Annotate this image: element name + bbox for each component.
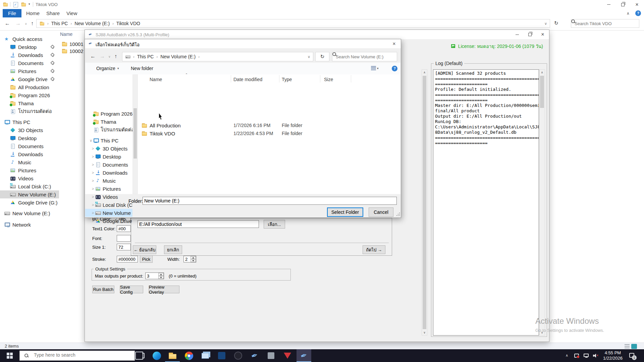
- taskbar-search-input[interactable]: [33, 352, 132, 358]
- sidebar-item-local-disk-c[interactable]: Local Disk (C:): [0, 182, 59, 190]
- taskbar-app-chrome[interactable]: [181, 349, 196, 362]
- pick-button[interactable]: Pick: [140, 255, 153, 263]
- app-close-button[interactable]: ×: [536, 30, 549, 39]
- expander-icon[interactable]: >: [91, 219, 95, 223]
- scroll-up-icon[interactable]: ∧: [539, 70, 545, 75]
- taskbar-app-feather-app[interactable]: [247, 349, 262, 362]
- expander-icon[interactable]: >: [91, 195, 95, 199]
- width-spinner[interactable]: [191, 256, 196, 262]
- next-step-button[interactable]: ถัดไป →: [363, 245, 385, 254]
- expander-icon[interactable]: ∨: [89, 138, 93, 143]
- expander-icon[interactable]: >: [91, 171, 95, 175]
- taskbar-app-dark-app[interactable]: [231, 349, 246, 362]
- views-button[interactable]: ▾: [371, 66, 379, 70]
- app-minimize-button[interactable]: [511, 30, 524, 39]
- dialog-address-box[interactable]: › This PC › New Volume (E:) › ∨: [122, 52, 313, 61]
- font-input[interactable]: [117, 235, 131, 242]
- taskbar-app-file-explorer[interactable]: [165, 349, 180, 362]
- log-output[interactable]: [ADMIN] Scanned 32 products=============…: [433, 69, 539, 336]
- sidebar-item-thama[interactable]: Thama: [0, 99, 59, 107]
- sidebar-item-pictures[interactable]: Pictures: [0, 166, 59, 174]
- organize-dropdown-icon[interactable]: ▾: [117, 67, 119, 70]
- sidebar-section-new-volume-e[interactable]: New Volume (E:): [0, 209, 59, 217]
- new-folder-button[interactable]: New folder: [131, 66, 153, 71]
- scroll-down-icon[interactable]: ∨: [422, 330, 427, 335]
- dialog-crumb-this-pc[interactable]: This PC: [137, 54, 154, 59]
- sidebar-item-documents[interactable]: Documents: [0, 59, 59, 67]
- volume-muted-icon[interactable]: ×: [593, 354, 598, 358]
- sidebar-item-documents[interactable]: Documents: [0, 142, 59, 150]
- cancel-step-button[interactable]: ยกเลิก: [164, 245, 182, 254]
- expander-icon[interactable]: >: [91, 211, 95, 215]
- refresh-icon[interactable]: ↻: [554, 20, 558, 26]
- log-scrollbar[interactable]: ∧ ∨: [539, 69, 545, 336]
- stroke-input[interactable]: [117, 256, 138, 262]
- organize-button[interactable]: Organize: [96, 66, 115, 71]
- sidebar-item-program-2026[interactable]: Program 2026: [0, 91, 59, 99]
- tree-item-this-pc[interactable]: ∨This PC: [85, 136, 132, 144]
- app-restore-button[interactable]: [524, 30, 536, 39]
- column-type[interactable]: Type: [282, 77, 292, 82]
- explorer-close-button[interactable]: ×: [630, 0, 644, 9]
- back-step-button[interactable]: ← ย้อนกลับ: [133, 245, 156, 254]
- explorer-restore-button[interactable]: [616, 0, 630, 9]
- app-content-scrollbar[interactable]: ∧ ∨: [422, 69, 427, 336]
- crumb-new-volume[interactable]: New Volume (E:): [74, 21, 110, 26]
- folder-name-input[interactable]: [143, 197, 397, 205]
- sidebar-item-videos[interactable]: Videos: [0, 174, 59, 182]
- output-path-input[interactable]: [138, 220, 259, 228]
- tray-app-badge-icon[interactable]: [574, 354, 579, 358]
- sidebar-item-google-drive-g[interactable]: Google Drive (G:): [0, 198, 59, 206]
- column-name[interactable]: Name: [150, 77, 162, 82]
- dialog-refresh-button[interactable]: ↻: [315, 52, 329, 61]
- sidebar-item-downloads[interactable]: Downloads: [0, 150, 59, 158]
- dialog-search-box[interactable]: [332, 52, 397, 61]
- help-icon[interactable]: [635, 10, 641, 16]
- dialog-address-dropdown-icon[interactable]: ∨: [308, 55, 310, 59]
- scroll-up-icon[interactable]: ∧: [422, 70, 427, 75]
- save-config-button[interactable]: Save Config: [120, 286, 143, 293]
- column-size[interactable]: Size: [324, 77, 333, 82]
- tree-item-google-drive-g[interactable]: >Google Drive (G:: [85, 217, 132, 225]
- taskbar-app-edge[interactable]: [149, 349, 164, 362]
- max-outputs-spinner[interactable]: [158, 273, 164, 279]
- size1-input[interactable]: [117, 244, 131, 250]
- sidebar-item-desktop[interactable]: Desktop: [0, 43, 59, 51]
- sidebar-item-desktop[interactable]: Desktop: [0, 134, 59, 142]
- tree-item-pictures[interactable]: >Pictures: [85, 185, 132, 193]
- dialog-recent-icon[interactable]: ∨: [108, 55, 111, 58]
- sidebar-section-network[interactable]: Network: [0, 221, 59, 229]
- dialog-forward-icon[interactable]: →: [100, 53, 105, 59]
- tree-item-videos[interactable]: >Videos: [85, 193, 132, 201]
- address-dropdown-icon[interactable]: ∨: [544, 21, 547, 26]
- dialog-back-icon[interactable]: ←: [90, 53, 96, 59]
- sidebar-item-3d-objects[interactable]: 3D Objects: [0, 126, 59, 134]
- expander-icon[interactable]: >: [91, 146, 95, 150]
- dialog-cancel-button[interactable]: Cancel: [369, 207, 393, 217]
- tree-item-desktop[interactable]: >Desktop: [85, 153, 132, 161]
- sidebar-item-google-drive-g[interactable]: Google Drive (G:: [0, 75, 59, 83]
- resize-grip[interactable]: [396, 213, 400, 217]
- expander-icon[interactable]: >: [91, 187, 95, 191]
- browse-button[interactable]: เลือก...: [264, 220, 285, 229]
- tree-item-3d-objects[interactable]: >3D Objects: [85, 144, 132, 153]
- network-icon[interactable]: [584, 354, 589, 357]
- tray-expand-icon[interactable]: ∧: [566, 353, 568, 358]
- dialog-crumb-new-volume[interactable]: New Volume (E:): [160, 54, 196, 59]
- dialog-file-row-all-production[interactable]: All Production1/7/2026 6:16 PMFile folde…: [85, 121, 397, 129]
- tree-item-downloads[interactable]: >Downloads: [85, 169, 132, 177]
- preview-overlay-button[interactable]: Preview Overlay: [149, 286, 179, 293]
- dialog-close-button[interactable]: ×: [387, 39, 401, 48]
- dialog-file-row-tiktok-vdo[interactable]: Tiktok VDO1/22/2026 4:53 PMFile folder: [85, 129, 397, 137]
- expander-icon[interactable]: >: [91, 203, 95, 207]
- ribbon-collapse-icon[interactable]: ∧: [627, 11, 630, 16]
- dialog-search-input[interactable]: [335, 54, 387, 60]
- dialog-help-icon[interactable]: [392, 66, 397, 71]
- thumbnail-view-toggle-icon[interactable]: [631, 344, 637, 349]
- taskbar-app-red-app[interactable]: [280, 349, 295, 362]
- explorer-minimize-button[interactable]: [602, 0, 616, 9]
- dialog-up-icon[interactable]: ↑: [114, 53, 117, 59]
- list-view-toggle-icon[interactable]: [625, 344, 630, 348]
- run-batch-button[interactable]: Run Batch: [92, 286, 114, 293]
- tree-item-music[interactable]: >Music: [85, 177, 132, 185]
